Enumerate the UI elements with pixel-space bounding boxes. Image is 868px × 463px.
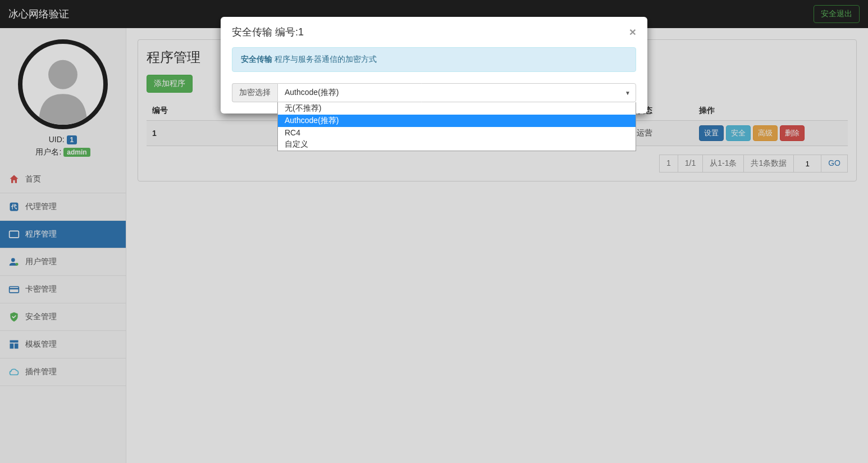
info-alert: 安全传输 程序与服务器通信的加密方式 [232, 47, 636, 72]
close-icon[interactable]: × [629, 25, 636, 39]
alert-text: 程序与服务器通信的加密方式 [272, 55, 377, 63]
modal-header: 安全传输 编号:1 × [221, 17, 647, 47]
option-custom[interactable]: 自定义 [278, 138, 636, 151]
security-modal: 安全传输 编号:1 × 安全传输 程序与服务器通信的加密方式 加密选择 Auth… [221, 17, 647, 114]
option-rc4[interactable]: RC4 [278, 127, 636, 138]
modal-body: 安全传输 程序与服务器通信的加密方式 加密选择 Authcode(推荐) ▼ 无… [221, 47, 647, 114]
option-none[interactable]: 无(不推荐) [278, 102, 636, 115]
encrypt-select[interactable]: Authcode(推荐) [277, 83, 636, 102]
alert-strong: 安全传输 [241, 55, 272, 63]
encrypt-label: 加密选择 [232, 83, 277, 102]
encrypt-dropdown: 无(不推荐) Authcode(推荐) RC4 自定义 [277, 102, 636, 151]
modal-title: 安全传输 编号:1 [232, 25, 304, 39]
encrypt-select-group: 加密选择 Authcode(推荐) ▼ 无(不推荐) Authcode(推荐) … [232, 83, 636, 102]
option-authcode[interactable]: Authcode(推荐) [278, 115, 636, 127]
